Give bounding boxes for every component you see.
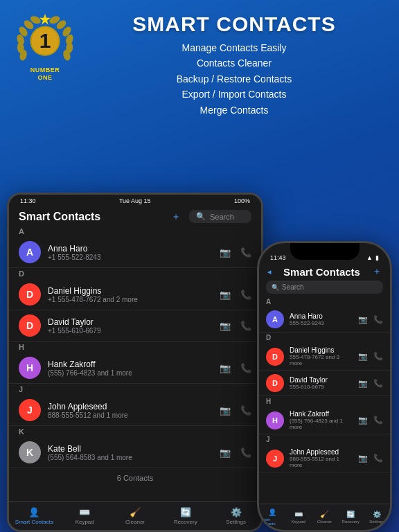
table-row[interactable]: A Anna Haro 555-522-8243 📷 📞 — [259, 307, 390, 332]
backup-icon[interactable]: 📷 — [220, 363, 231, 373]
contacts-tab-icon: 👤 — [28, 507, 39, 517]
avatar: A — [266, 310, 284, 328]
call-icon[interactable]: 📞 — [373, 416, 383, 425]
table-row[interactable]: A Anna Haro +1 555-522-8243 📷 📞 — [9, 237, 261, 268]
contact-name: Hank Zakroff — [48, 360, 213, 369]
contact-actions: 📷 📞 — [358, 352, 383, 361]
contact-phone: +1 555-610-6679 — [48, 327, 213, 335]
settings-tab-icon: ⚙️ — [231, 507, 242, 517]
ipad-nav: Smart Contacts ＋ 🔍 Search — [9, 206, 261, 226]
ipad: 11:30 Tue Aug 15 100% Smart Contacts ＋ 🔍… — [7, 193, 263, 532]
section-j-iphone: J — [259, 434, 390, 445]
contact-phone: +1 555-478-7672 and 2 more — [48, 296, 213, 303]
table-row[interactable]: K Kate Bell (555) 564-8583 and 1 more 📷 … — [9, 437, 261, 468]
header: 1 NUMBERONE SMART CONTACTS Manage Contac… — [0, 0, 399, 125]
table-row[interactable]: D Daniel Higgins 555-478-7672 and 3 more… — [259, 343, 390, 371]
table-row[interactable]: H Hank Zakroff (555) 766-4823 and 1 more… — [259, 407, 390, 434]
contacts-count: 6 Contacts — [9, 468, 261, 488]
tab-cleaner[interactable]: 🧹 Cleaner — [110, 502, 161, 530]
backup-icon[interactable]: 📷 — [220, 405, 231, 416]
backup-icon[interactable]: 📷 — [220, 321, 231, 331]
ipad-day: Tue Aug 15 — [119, 197, 151, 204]
ipad-status-bar: 11:30 Tue Aug 15 100% — [9, 195, 261, 206]
tab-settings[interactable]: ⚙️ Settings — [211, 502, 261, 530]
tab-label: Keypad — [76, 519, 94, 525]
avatar: D — [19, 314, 41, 337]
contact-actions: 📷 📞 — [358, 416, 383, 425]
backup-icon[interactable]: 📷 — [358, 379, 368, 388]
table-row[interactable]: J John Appleseed 888-555-5512 and 1 more… — [9, 395, 261, 426]
contact-phone: 555-522-8243 — [290, 320, 353, 326]
iphone-tab-settings[interactable]: ⚙️ Settings — [364, 504, 390, 530]
contact-name: John Appleseed — [48, 402, 213, 411]
backup-icon[interactable]: 📷 — [220, 247, 231, 258]
battery-icon: ▮ — [375, 254, 379, 261]
backup-icon[interactable]: 📷 — [220, 290, 231, 300]
contact-actions: 📷 📞 — [220, 405, 251, 416]
table-row[interactable]: J John Appleseed 888-555-5512 and 1 more… — [259, 445, 390, 472]
badge-text: NUMBERONE — [30, 66, 60, 82]
contact-name: David Taylor — [48, 317, 213, 327]
laurel-wreath: 1 — [15, 12, 76, 66]
tab-smart-contacts[interactable]: 👤 Smart Contacts — [9, 502, 60, 530]
contacts-tab-icon: 👤 — [268, 508, 276, 516]
backup-icon[interactable]: 📷 — [220, 447, 231, 458]
iphone-tab-smart-contacts[interactable]: 👤 Smart Contacts — [259, 504, 285, 530]
section-d-iphone: D — [259, 332, 390, 343]
tab-recovery[interactable]: 🔄 Recovery — [160, 502, 211, 530]
contact-phone: (555) 766-4823 and 1 more — [48, 369, 213, 377]
table-row[interactable]: D David Taylor 555-610-6679 📷 📞 — [259, 371, 390, 396]
backup-icon[interactable]: 📷 — [358, 454, 368, 463]
call-icon[interactable]: 📞 — [240, 247, 251, 258]
contact-phone: 888-555-5512 and 1 more — [48, 411, 213, 419]
iphone-tab-cleaner[interactable]: 🧹 Cleaner — [312, 504, 338, 530]
iphone-search[interactable]: 🔍 Search — [266, 281, 383, 294]
tab-label: Smart Contacts — [15, 519, 53, 525]
avatar: D — [266, 374, 284, 392]
tab-label: Recovery — [342, 520, 360, 524]
tab-label: Smart Contacts — [259, 517, 285, 526]
add-icon[interactable]: ＋ — [372, 265, 382, 278]
feature-item-3: Backup / Restore Contacts — [83, 71, 385, 87]
table-row[interactable]: H Hank Zakroff (555) 766-4823 and 1 more… — [9, 353, 261, 384]
feature-item-1: Manage Contacts Easily — [83, 40, 385, 55]
backup-icon[interactable]: 📷 — [358, 416, 368, 425]
ipad-content: Smart Contacts ＋ 🔍 Search A A Anna Haro … — [9, 206, 261, 527]
backup-icon[interactable]: 📷 — [358, 315, 368, 324]
avatar: H — [266, 411, 284, 429]
contact-info: Kate Bell (555) 564-8583 and 1 more — [48, 444, 213, 461]
ipad-battery: 100% — [234, 197, 250, 204]
call-icon[interactable]: 📞 — [240, 290, 251, 300]
call-icon[interactable]: 📞 — [373, 379, 383, 388]
contact-name: John Appleseed — [290, 448, 353, 456]
iphone-time: 11:43 — [270, 254, 286, 261]
header-right: SMART CONTACTS Manage Contacts Easily Co… — [83, 12, 385, 118]
backup-icon[interactable]: 📷 — [358, 352, 368, 361]
ipad-nav-icons: ＋ 🔍 Search — [171, 210, 251, 223]
add-icon[interactable]: ＋ — [171, 211, 181, 223]
call-icon[interactable]: 📞 — [240, 447, 251, 458]
keypad-tab-icon: ⌨️ — [79, 507, 90, 517]
contact-name: Anna Haro — [48, 244, 213, 254]
table-row[interactable]: D Daniel Higgins +1 555-478-7672 and 2 m… — [9, 279, 261, 310]
back-icon[interactable]: ◂ — [267, 267, 272, 276]
contact-phone: (555) 564-8583 and 1 more — [48, 454, 213, 461]
iphone-tab-keypad[interactable]: ⌨️ Keypad — [285, 504, 312, 530]
call-icon[interactable]: 📞 — [240, 321, 251, 331]
ipad-search-inline[interactable]: 🔍 Search — [189, 210, 251, 223]
iphone-tab-recovery[interactable]: 🔄 Recovery — [337, 504, 364, 530]
call-icon[interactable]: 📞 — [373, 315, 383, 324]
contact-actions: 📷 📞 — [220, 247, 251, 258]
tab-label: Cleaner — [125, 519, 145, 525]
tab-keypad[interactable]: ⌨️ Keypad — [60, 502, 110, 530]
contact-name: Daniel Higgins — [48, 286, 213, 296]
call-icon[interactable]: 📞 — [373, 352, 383, 361]
call-icon[interactable]: 📞 — [240, 405, 251, 416]
call-icon[interactable]: 📞 — [373, 454, 383, 463]
contact-name: Kate Bell — [48, 444, 213, 454]
call-icon[interactable]: 📞 — [240, 363, 251, 373]
tab-label: Recovery — [174, 519, 197, 525]
contact-info: Hank Zakroff (555) 766-4823 and 1 more — [290, 410, 353, 430]
table-row[interactable]: D David Taylor +1 555-610-6679 📷 📞 — [9, 310, 261, 342]
feature-item-4: Export / Import Contacts — [83, 87, 385, 102]
